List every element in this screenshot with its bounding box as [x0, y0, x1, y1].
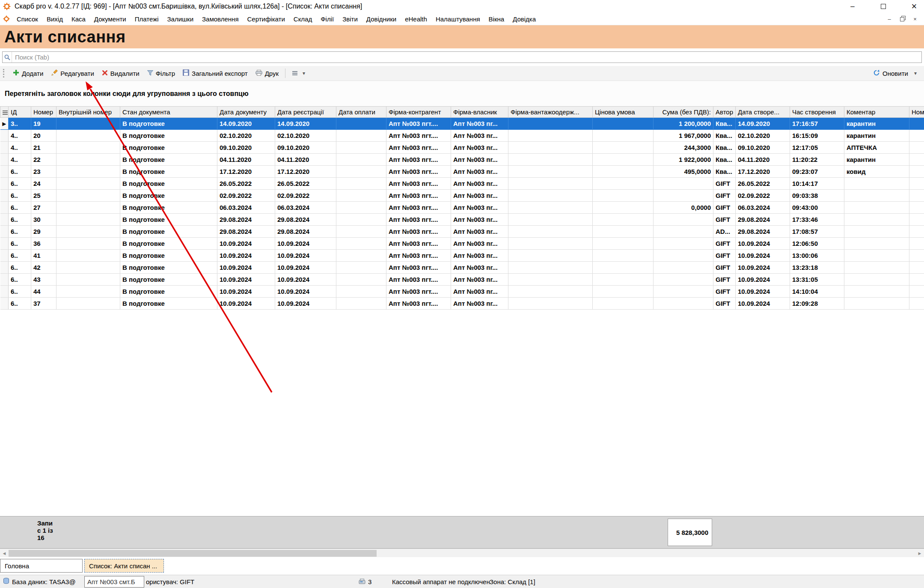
cell[interactable]: Апт №003 пгт....: [386, 262, 451, 274]
cell[interactable]: GIFT: [713, 250, 736, 262]
cell[interactable]: 13:00:06: [790, 250, 844, 262]
cell[interactable]: GIFT: [713, 202, 736, 214]
cell[interactable]: 09:03:38: [790, 190, 844, 202]
cell[interactable]: [909, 226, 924, 238]
menu-item-Список[interactable]: Список: [12, 13, 42, 25]
cell[interactable]: Апт №003 пгт....: [386, 238, 451, 250]
cell[interactable]: 44: [31, 286, 56, 298]
column-header-8[interactable]: Фірма-власник: [451, 107, 508, 118]
cell[interactable]: [508, 298, 593, 310]
menu-item-Каса[interactable]: Каса: [67, 13, 90, 25]
cell[interactable]: [336, 154, 386, 166]
cell[interactable]: Апт №003 пг...: [451, 118, 508, 130]
cell[interactable]: 6..: [9, 214, 31, 226]
cell[interactable]: [654, 274, 713, 286]
scroll-left-button[interactable]: ◄: [0, 549, 9, 558]
cell[interactable]: 1 922,0000: [654, 154, 713, 166]
cell[interactable]: Апт №003 пг...: [451, 286, 508, 298]
cell[interactable]: [909, 286, 924, 298]
cell[interactable]: [508, 178, 593, 190]
cell[interactable]: [593, 130, 654, 142]
cell[interactable]: Апт №003 пг...: [451, 262, 508, 274]
cell[interactable]: 29.08.2024: [217, 226, 275, 238]
tab-home[interactable]: Головна: [0, 559, 83, 573]
cell[interactable]: [593, 298, 654, 310]
cell[interactable]: [654, 286, 713, 298]
cell[interactable]: [56, 274, 120, 286]
column-header-2[interactable]: Внутрішній номер: [56, 107, 120, 118]
cell[interactable]: 26.05.2022: [217, 178, 275, 190]
mdi-restore-button[interactable]: [898, 15, 906, 23]
cell[interactable]: 17:16:57: [790, 118, 844, 130]
cell[interactable]: [909, 142, 924, 154]
cell[interactable]: [56, 166, 120, 178]
cell[interactable]: 10.09.2024: [275, 250, 336, 262]
cell[interactable]: GIFT: [713, 274, 736, 286]
cell[interactable]: 6..: [9, 238, 31, 250]
cell[interactable]: 26.05.2022: [736, 178, 790, 190]
cell[interactable]: В подготовке: [120, 274, 217, 286]
cell[interactable]: Апт №003 пгт....: [386, 154, 451, 166]
menu-item-Документи[interactable]: Документи: [90, 13, 131, 25]
toolbar-grip[interactable]: [3, 69, 5, 78]
cell[interactable]: 10.09.2024: [736, 286, 790, 298]
cell[interactable]: Апт №003 пгт....: [386, 274, 451, 286]
cell[interactable]: Апт №003 пг...: [451, 298, 508, 310]
cell[interactable]: 21: [31, 142, 56, 154]
cell[interactable]: AD...: [713, 226, 736, 238]
cell[interactable]: Апт №003 пгт....: [386, 298, 451, 310]
cell[interactable]: 10.09.2024: [217, 262, 275, 274]
cell[interactable]: Апт №003 пг...: [451, 154, 508, 166]
cell[interactable]: карантин: [844, 154, 909, 166]
print-button[interactable]: Друк: [252, 68, 282, 79]
cell[interactable]: [909, 238, 924, 250]
list-options-button[interactable]: ▾: [288, 68, 311, 79]
cell[interactable]: [336, 262, 386, 274]
cell[interactable]: 12:06:50: [790, 238, 844, 250]
table-row[interactable]: 4..22В подготовке04.11.202004.11.2020Апт…: [0, 154, 924, 166]
cell[interactable]: Апт №003 пг...: [451, 190, 508, 202]
cell[interactable]: [336, 166, 386, 178]
refresh-dropdown-icon[interactable]: ▾: [912, 70, 919, 76]
cell[interactable]: 19: [31, 118, 56, 130]
cell[interactable]: 29.08.2024: [275, 214, 336, 226]
cell[interactable]: [654, 178, 713, 190]
cell[interactable]: [336, 226, 386, 238]
cell[interactable]: [56, 190, 120, 202]
cell[interactable]: [654, 298, 713, 310]
cell[interactable]: 41: [31, 250, 56, 262]
cell[interactable]: В подготовке: [120, 286, 217, 298]
cell[interactable]: 10.09.2024: [217, 286, 275, 298]
cell[interactable]: [508, 154, 593, 166]
cell[interactable]: [336, 214, 386, 226]
menu-item-Залишки[interactable]: Залишки: [163, 13, 198, 25]
cell[interactable]: 24: [31, 178, 56, 190]
cell[interactable]: [56, 130, 120, 142]
cell[interactable]: 6..: [9, 178, 31, 190]
cell[interactable]: 06.03.2024: [736, 202, 790, 214]
cell[interactable]: 26.05.2022: [275, 178, 336, 190]
column-header-1[interactable]: Номер: [31, 107, 56, 118]
column-header-9[interactable]: Фірма-вантажоодерж...: [508, 107, 593, 118]
cell[interactable]: [844, 226, 909, 238]
cell[interactable]: [844, 286, 909, 298]
cell[interactable]: В подготовке: [120, 118, 217, 130]
cell[interactable]: 29.08.2024: [736, 226, 790, 238]
menu-item-Налаштування[interactable]: Налаштування: [431, 13, 484, 25]
cell[interactable]: 10.09.2024: [217, 238, 275, 250]
cell[interactable]: 17:33:46: [790, 214, 844, 226]
cell[interactable]: 06.03.2024: [217, 202, 275, 214]
cell[interactable]: Апт №003 пг...: [451, 274, 508, 286]
cell[interactable]: GIFT: [713, 262, 736, 274]
column-header-16[interactable]: Ном...: [909, 107, 924, 118]
cell[interactable]: 1 200,0000: [654, 118, 713, 130]
cell[interactable]: Ква...: [713, 130, 736, 142]
menu-item-eHealth[interactable]: eHealth: [401, 13, 431, 25]
cell[interactable]: В подготовке: [120, 202, 217, 214]
cell[interactable]: 29.08.2024: [736, 214, 790, 226]
cell[interactable]: Апт №003 пг...: [451, 166, 508, 178]
cell[interactable]: 4..: [9, 154, 31, 166]
cell[interactable]: 29.08.2024: [217, 214, 275, 226]
table-row[interactable]: 6..37В подготовке10.09.202410.09.2024Апт…: [0, 298, 924, 310]
cell[interactable]: 10.09.2024: [736, 298, 790, 310]
